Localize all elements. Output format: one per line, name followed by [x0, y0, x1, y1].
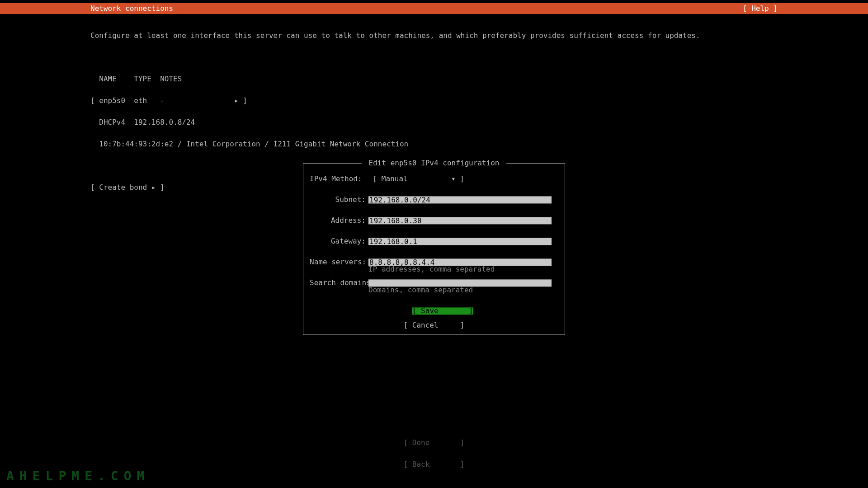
- gateway-label: Gateway:: [310, 238, 368, 245]
- header-bar: Network connections [ Help ]: [0, 3, 868, 14]
- ipv4-config-dialog: Edit enp5s0 IPv4 configuration IPv4 Meth…: [303, 163, 565, 335]
- help-button[interactable]: [ Help ]: [743, 5, 778, 12]
- save-button[interactable]: [ Save ]: [412, 307, 473, 314]
- searchdomains-hint: Domains, comma separated: [368, 286, 473, 294]
- nameservers-hint: IP addresses, comma separated: [368, 265, 495, 273]
- ipv4-method-select[interactable]: [ Manual ▾ ]: [373, 175, 464, 183]
- interface-dhcp: DHCPv4 192.168.0.8/24: [90, 119, 778, 126]
- interface-row[interactable]: [ enp5s0 eth - ▸ ]: [90, 97, 778, 104]
- interface-hardware: 10:7b:44:93:2d:e2 / Intel Corporation / …: [90, 141, 778, 148]
- nameservers-label: Name servers:: [310, 258, 368, 266]
- cancel-button[interactable]: [ Cancel ]: [310, 322, 558, 329]
- subnet-input[interactable]: [368, 196, 552, 203]
- ipv4-method-label: IPv4 Method:: [310, 175, 362, 183]
- searchdomains-label: Search domains:: [310, 279, 368, 286]
- interface-header: NAME TYPE NOTES: [90, 75, 778, 83]
- dialog-title: Edit enp5s0 IPv4 configuration: [362, 160, 506, 167]
- page-title: Network connections: [90, 5, 173, 12]
- address-input[interactable]: [368, 217, 552, 224]
- instructions-text: Configure at least one interface this se…: [90, 32, 778, 39]
- gateway-input[interactable]: [368, 238, 552, 245]
- subnet-label: Subnet:: [310, 196, 368, 203]
- done-button[interactable]: [ Done ]: [0, 439, 868, 446]
- address-label: Address:: [310, 217, 368, 224]
- watermark: AHELPME.COM: [6, 473, 150, 480]
- back-button[interactable]: [ Back ]: [0, 461, 868, 468]
